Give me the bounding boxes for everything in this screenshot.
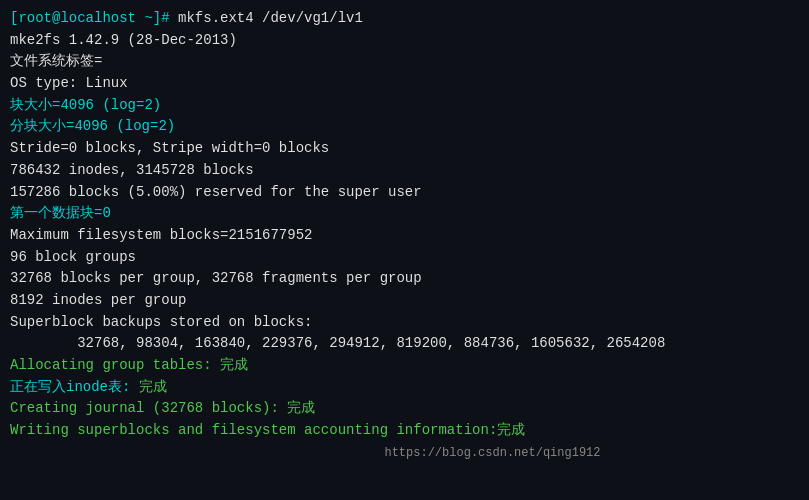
terminal-line: 786432 inodes, 3145728 blocks <box>10 160 799 182</box>
terminal-line: OS type: Linux <box>10 73 799 95</box>
terminal-line: 正在写入inode表: 完成 <box>10 377 799 399</box>
terminal-window: [root@localhost ~]# mkfs.ext4 /dev/vg1/l… <box>0 0 809 500</box>
terminal-line: Allocating group tables: 完成 <box>10 355 799 377</box>
terminal-line: Writing superblocks and filesystem accou… <box>10 420 799 442</box>
terminal-line: 96 block groups <box>10 247 799 269</box>
terminal-line: 8192 inodes per group <box>10 290 799 312</box>
terminal-line: 32768, 98304, 163840, 229376, 294912, 81… <box>10 333 799 355</box>
terminal-line: Stride=0 blocks, Stripe width=0 blocks <box>10 138 799 160</box>
terminal-line: 分块大小=4096 (log=2) <box>10 116 799 138</box>
terminal-line: Maximum filesystem blocks=2151677952 <box>10 225 799 247</box>
terminal-line: Creating journal (32768 blocks): 完成 <box>10 398 799 420</box>
terminal-line: 第一个数据块=0 <box>10 203 799 225</box>
terminal-line: [root@localhost ~]# mkfs.ext4 /dev/vg1/l… <box>10 8 799 30</box>
terminal-line: 157286 blocks (5.00%) reserved for the s… <box>10 182 799 204</box>
terminal-line: mke2fs 1.42.9 (28-Dec-2013) <box>10 30 799 52</box>
terminal-line: 文件系统标签= <box>10 51 799 73</box>
terminal-line: https://blog.csdn.net/qing1912 <box>10 444 799 463</box>
terminal-line: 32768 blocks per group, 32768 fragments … <box>10 268 799 290</box>
terminal-line: Superblock backups stored on blocks: <box>10 312 799 334</box>
terminal-line: 块大小=4096 (log=2) <box>10 95 799 117</box>
